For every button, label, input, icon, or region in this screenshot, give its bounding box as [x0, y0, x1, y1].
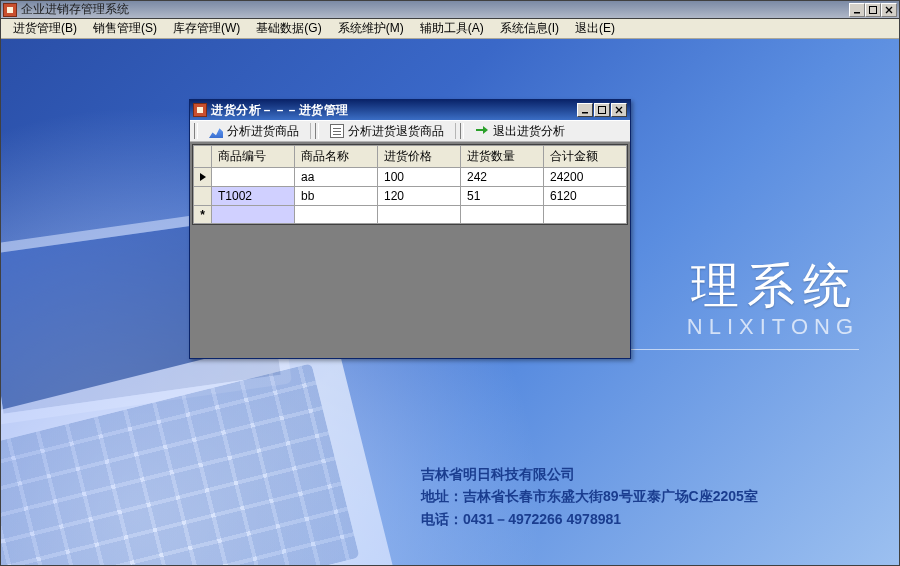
app-icon	[3, 3, 17, 17]
cell-qty[interactable]	[461, 206, 544, 224]
cell-total[interactable]: 24200	[544, 168, 627, 187]
menu-basedata[interactable]: 基础数据(G)	[250, 18, 327, 39]
dialog-close-button[interactable]	[611, 103, 627, 117]
menu-purchase[interactable]: 进货管理(B)	[7, 18, 83, 39]
bg-title-cn: 理系统	[691, 254, 859, 318]
cell-total[interactable]: 6120	[544, 187, 627, 206]
cell-price[interactable]: 100	[378, 168, 461, 187]
col-total[interactable]: 合计金额	[544, 146, 627, 168]
col-product-id[interactable]: 商品编号	[212, 146, 295, 168]
dialog-maximize-button[interactable]	[594, 103, 610, 117]
app-window: 企业进销存管理系统 进货管理(B) 销售管理(S) 库存管理(W) 基础数据(G…	[0, 0, 900, 566]
app-title: 企业进销存管理系统	[21, 1, 849, 18]
titlebar: 企业进销存管理系统	[1, 1, 899, 19]
minimize-button[interactable]	[849, 3, 865, 17]
toolbar-grip	[460, 123, 464, 139]
menu-sysinfo[interactable]: 系统信息(I)	[494, 18, 565, 39]
cell-qty[interactable]: 51	[461, 187, 544, 206]
cell-id[interactable]: T1002	[212, 187, 295, 206]
btn-analyze-purchase[interactable]: 分析进货商品	[202, 120, 306, 143]
btn-analyze-return[interactable]: 分析进货退货商品	[323, 120, 451, 143]
btn-analyze-return-label: 分析进货退货商品	[348, 123, 444, 140]
chart-icon	[209, 124, 223, 138]
menu-sales[interactable]: 销售管理(S)	[87, 18, 163, 39]
svg-rect-1	[870, 6, 877, 13]
menu-tools[interactable]: 辅助工具(A)	[414, 18, 490, 39]
grid-row[interactable]: T1001 aa 100 242 24200	[194, 168, 627, 187]
menu-sysmaint[interactable]: 系统维护(M)	[332, 18, 410, 39]
svg-rect-3	[599, 107, 606, 114]
dialog-icon	[193, 103, 207, 117]
menu-inventory[interactable]: 库存管理(W)	[167, 18, 246, 39]
dialog-purchase-analysis: 进货分析－－－进货管理 分析进货商品 分析进货退货商品	[189, 99, 631, 359]
toolbar-grip	[194, 123, 198, 139]
new-row-icon: *	[194, 206, 212, 224]
bg-title-underline	[619, 349, 859, 350]
dialog-title: 进货分析－－－进货管理	[211, 102, 576, 119]
row-indicator	[194, 187, 212, 206]
dialog-minimize-button[interactable]	[577, 103, 593, 117]
cell-name[interactable]: aa	[295, 168, 378, 187]
document-icon	[330, 124, 344, 138]
cell-qty[interactable]: 242	[461, 168, 544, 187]
grid-corner	[194, 146, 212, 168]
exit-icon	[475, 124, 489, 138]
toolbar-separator	[310, 123, 311, 139]
dialog-toolbar: 分析进货商品 分析进货退货商品 退出进货分析	[190, 120, 630, 142]
data-grid[interactable]: 商品编号 商品名称 进货价格 进货数量 合计金额 T1001 aa 100 24…	[192, 144, 628, 225]
cell-id[interactable]: T1001	[212, 168, 295, 187]
maximize-button[interactable]	[865, 3, 881, 17]
mdi-client-area: 理系统 NLIXITONG 吉林省明日科技有限公司 地址：吉林省长春市东盛大街8…	[1, 39, 899, 565]
dialog-titlebar[interactable]: 进货分析－－－进货管理	[190, 100, 630, 120]
grid-header-row: 商品编号 商品名称 进货价格 进货数量 合计金额	[194, 146, 627, 168]
toolbar-grip	[315, 123, 319, 139]
cell-name[interactable]	[295, 206, 378, 224]
close-button[interactable]	[881, 3, 897, 17]
menubar: 进货管理(B) 销售管理(S) 库存管理(W) 基础数据(G) 系统维护(M) …	[1, 19, 899, 39]
svg-rect-0	[854, 12, 860, 14]
grid-row[interactable]: T1002 bb 120 51 6120	[194, 187, 627, 206]
cell-total[interactable]	[544, 206, 627, 224]
row-indicator	[194, 168, 212, 187]
menu-exit[interactable]: 退出(E)	[569, 18, 621, 39]
toolbar-separator	[455, 123, 456, 139]
btn-exit-analysis[interactable]: 退出进货分析	[468, 120, 572, 143]
cell-price[interactable]: 120	[378, 187, 461, 206]
bg-title-en: NLIXITONG	[687, 314, 859, 340]
window-controls	[849, 3, 897, 17]
dialog-empty-area	[190, 227, 630, 358]
dialog-controls	[576, 103, 627, 117]
grid-new-row[interactable]: *	[194, 206, 627, 224]
cell-price[interactable]	[378, 206, 461, 224]
footer-address: 地址：吉林省长春市东盛大街89号亚泰广场C座2205室	[421, 485, 758, 507]
col-qty[interactable]: 进货数量	[461, 146, 544, 168]
cell-name[interactable]: bb	[295, 187, 378, 206]
svg-rect-2	[582, 112, 588, 114]
btn-exit-analysis-label: 退出进货分析	[493, 123, 565, 140]
btn-analyze-purchase-label: 分析进货商品	[227, 123, 299, 140]
current-row-icon	[200, 173, 206, 181]
col-price[interactable]: 进货价格	[378, 146, 461, 168]
footer-phone: 电话：0431－4972266 4978981	[421, 508, 758, 530]
col-product-name[interactable]: 商品名称	[295, 146, 378, 168]
cell-id[interactable]	[212, 206, 295, 224]
footer-info: 吉林省明日科技有限公司 地址：吉林省长春市东盛大街89号亚泰广场C座2205室 …	[421, 463, 758, 530]
footer-company: 吉林省明日科技有限公司	[421, 463, 758, 485]
